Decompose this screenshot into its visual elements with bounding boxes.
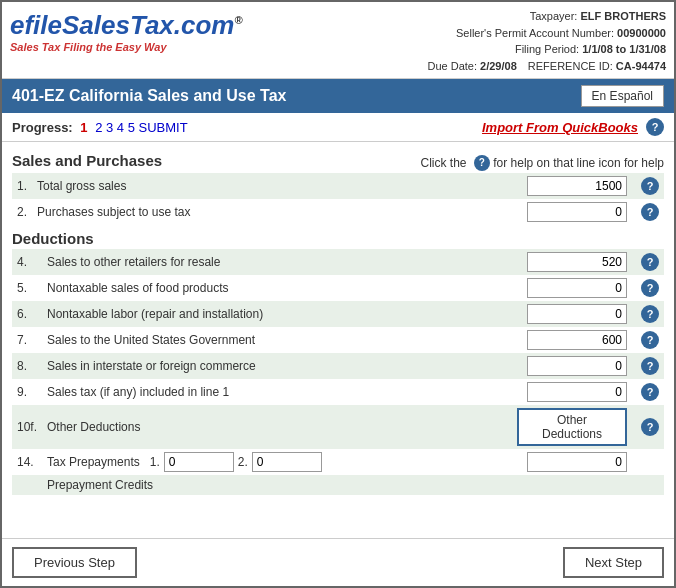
purchases-use-tax-input[interactable] xyxy=(527,202,627,222)
row-2-help-icon[interactable]: ? xyxy=(641,203,659,221)
table-row: 9. Sales tax (if any) included in line 1… xyxy=(12,379,664,405)
row-9-help-icon[interactable]: ? xyxy=(641,383,659,401)
row-6-input-cell xyxy=(512,301,632,327)
total-gross-sales-input[interactable] xyxy=(527,176,627,196)
row-10f-label: Other Deductions xyxy=(42,405,512,449)
row-14-total-cell xyxy=(512,449,632,475)
row-1-num: 1. xyxy=(12,173,32,199)
row-6-num: 6. xyxy=(12,301,42,327)
taxpayer-info: Taxpayer: ELF BROTHERS Seller's Permit A… xyxy=(243,6,666,74)
prepay-credits-num xyxy=(12,475,42,495)
row-4-help-icon[interactable]: ? xyxy=(641,253,659,271)
row-9-input[interactable] xyxy=(527,382,627,402)
row-6-input[interactable] xyxy=(527,304,627,324)
row-2-num: 2. xyxy=(12,199,32,225)
logo-main: efileSalesTax.com xyxy=(10,10,235,40)
row-5-num: 5. xyxy=(12,275,42,301)
prepay-2-input[interactable] xyxy=(252,452,322,472)
row-7-num: 7. xyxy=(12,327,42,353)
row-7-input[interactable] xyxy=(527,330,627,350)
prepay-credits-label: Prepayment Credits xyxy=(42,475,632,495)
table-row: 10f. Other Deductions Other Deductions ? xyxy=(12,405,664,449)
quickbooks-link[interactable]: Import From QuickBooks xyxy=(482,120,638,135)
table-row: 5. Nontaxable sales of food products ? xyxy=(12,275,664,301)
table-row: 6. Nontaxable labor (repair and installa… xyxy=(12,301,664,327)
table-row: 7. Sales to the United States Government… xyxy=(12,327,664,353)
row-10f-help-icon[interactable]: ? xyxy=(641,418,659,436)
row-1-help: ? xyxy=(632,173,664,199)
filing-line: Filing Period: 1/1/08 to 1/31/08 xyxy=(243,41,666,58)
row-9-label: Sales tax (if any) included in line 1 xyxy=(42,379,512,405)
row-4-num: 4. xyxy=(12,249,42,275)
row-14-num: 14. xyxy=(12,449,42,475)
progress-current[interactable]: 1 xyxy=(80,120,87,135)
next-step-button[interactable]: Next Step xyxy=(563,547,664,578)
prepay-inputs: Tax Prepayments 1. 2. xyxy=(47,452,507,472)
table-row: Prepayment Credits xyxy=(12,475,664,495)
previous-step-button[interactable]: Previous Step xyxy=(12,547,137,578)
prepay-1-input[interactable] xyxy=(164,452,234,472)
row-5-input-cell xyxy=(512,275,632,301)
permit-line: Seller's Permit Account Number: 00900000 xyxy=(243,25,666,42)
espanol-button[interactable]: En Español xyxy=(581,85,664,107)
row-9-input-cell xyxy=(512,379,632,405)
row-9-num: 9. xyxy=(12,379,42,405)
row-5-help-icon[interactable]: ? xyxy=(641,279,659,297)
help-icon[interactable]: ? xyxy=(646,118,664,136)
row-4-label: Sales to other retailers for resale xyxy=(42,249,512,275)
title-bar: 401-EZ California Sales and Use Tax En E… xyxy=(2,79,674,113)
prepay-1-label: 1. xyxy=(150,455,160,469)
other-deductions-button[interactable]: Other Deductions xyxy=(517,408,627,446)
prepay-total-input[interactable] xyxy=(527,452,627,472)
row-8-num: 8. xyxy=(12,353,42,379)
table-row: 14. Tax Prepayments 1. 2. xyxy=(12,449,664,475)
row-2-label: Purchases subject to use tax xyxy=(32,199,512,225)
taxpayer-line: Taxpayer: ELF BROTHERS xyxy=(243,8,666,25)
due-date: 2/29/08 xyxy=(480,60,517,72)
row-7-help-icon[interactable]: ? xyxy=(641,331,659,349)
progress-steps: Progress: 1 2 3 4 5 SUBMIT xyxy=(12,120,188,135)
taxpayer-name: ELF BROTHERS xyxy=(580,10,666,22)
helper-text-1: Click the xyxy=(421,155,467,169)
row-5-label: Nontaxable sales of food products xyxy=(42,275,512,301)
due-label: Due Date: xyxy=(427,60,477,72)
row-6-label: Nontaxable labor (repair and installatio… xyxy=(42,301,512,327)
header: efileSalesTax.com® Sales Tax Filing the … xyxy=(2,2,674,79)
row-8-input[interactable] xyxy=(527,356,627,376)
row-8-label: Sales in interstate or foreign commerce xyxy=(42,353,512,379)
permit-label: Seller's Permit Account Number: xyxy=(456,27,614,39)
row-10f-btn-cell: Other Deductions xyxy=(512,405,632,449)
help-icon-inline: ? xyxy=(474,155,490,171)
page-title: 401-EZ California Sales and Use Tax xyxy=(12,87,286,105)
table-row: 4. Sales to other retailers for resale ? xyxy=(12,249,664,275)
logo-reg: ® xyxy=(235,14,243,26)
quickbooks-area: Import From QuickBooks ? xyxy=(482,118,664,136)
row-4-input[interactable] xyxy=(527,252,627,272)
deductions-heading: Deductions xyxy=(12,225,664,249)
row-5-input[interactable] xyxy=(527,278,627,298)
row-6-help-icon[interactable]: ? xyxy=(641,305,659,323)
footer: Previous Step Next Step xyxy=(2,538,674,586)
progress-bar: Progress: 1 2 3 4 5 SUBMIT Import From Q… xyxy=(2,113,674,142)
main-content: Sales and Purchases Click the ? for help… xyxy=(2,142,674,538)
row-8-input-cell xyxy=(512,353,632,379)
filing-label: Filing Period: xyxy=(515,43,579,55)
row-4-input-cell xyxy=(512,249,632,275)
row-7-label: Sales to the United States Government xyxy=(42,327,512,353)
table-row: 8. Sales in interstate or foreign commer… xyxy=(12,353,664,379)
logo-wrapper: efileSalesTax.com® Sales Tax Filing the … xyxy=(10,6,243,57)
progress-remaining[interactable]: 2 3 4 5 SUBMIT xyxy=(95,120,187,135)
filing-period: 1/1/08 to 1/31/08 xyxy=(582,43,666,55)
helper-text-2: for help on that line icon for help xyxy=(493,155,664,169)
taxpayer-label: Taxpayer: xyxy=(530,10,578,22)
logo-area: efileSalesTax.com® Sales Tax Filing the … xyxy=(10,6,243,57)
row-10f-num: 10f. xyxy=(12,405,42,449)
row-8-help-icon[interactable]: ? xyxy=(641,357,659,375)
table-row: 1. Total gross sales ? xyxy=(12,173,664,199)
row-14-label: Tax Prepayments 1. 2. xyxy=(42,449,512,475)
row-1-label: Total gross sales xyxy=(32,173,512,199)
logo-text: efileSalesTax.com® xyxy=(10,10,243,41)
row-2-input-cell xyxy=(512,199,632,225)
row-1-help-icon[interactable]: ? xyxy=(641,177,659,195)
row-7-input-cell xyxy=(512,327,632,353)
